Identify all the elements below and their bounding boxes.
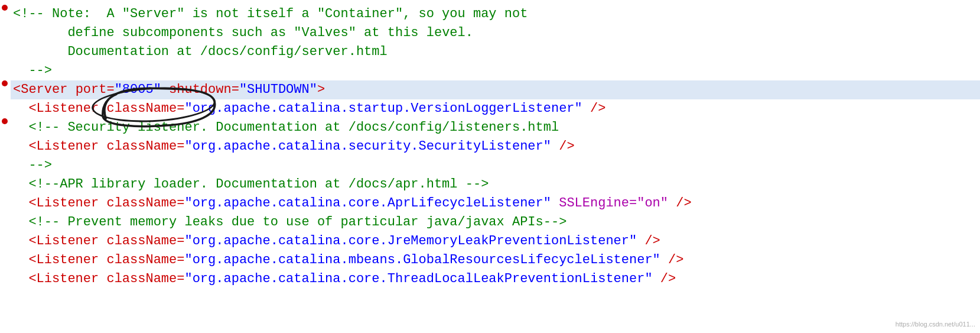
code-token-2-1: such: [232, 25, 263, 40]
code-line-4: -->: [0, 62, 980, 80]
code-token-11-3: SSLEngine=: [551, 196, 637, 211]
code-token-11-4: "on": [637, 196, 668, 211]
code-line-9: -->: [0, 156, 980, 175]
code-token-10-0: <!--APR library loader. Documentation at…: [13, 177, 489, 192]
code-token-9-0: -->: [13, 158, 52, 173]
code-token-5-1: port=: [76, 82, 115, 97]
code-token-8-0: <Listener: [13, 139, 106, 154]
line-gutter-5: [0, 80, 11, 86]
code-token-11-5: />: [668, 196, 692, 211]
code-token-5-0: <Server: [13, 82, 76, 97]
code-token-13-1: className=: [106, 234, 184, 248]
line-content-11: <Listener className="org.apache.catalina…: [11, 194, 980, 213]
code-token-5-2: "8005": [115, 82, 161, 97]
code-container: <!-- Note: A "Server" is not itself a "C…: [0, 0, 980, 333]
code-token-2-6: level.: [419, 25, 473, 40]
code-token-7-0: <!-- Security listener. Documentation at…: [13, 120, 559, 135]
code-token-15-2: "org.apache.catalina.core.ThreadLocalLea…: [184, 271, 652, 286]
code-token-2-2: [262, 25, 270, 40]
code-token-15-1: className=: [106, 271, 184, 286]
code-token-15-0: <Listener: [13, 271, 106, 286]
code-line-11: <Listener className="org.apache.catalina…: [0, 194, 980, 213]
line-content-7: <!-- Security listener. Documentation at…: [11, 118, 980, 137]
code-line-3: Documentation at /docs/config/server.htm…: [0, 43, 980, 62]
line-content-6: <Listener className="org.apache.catalina…: [11, 99, 980, 118]
line-gutter-7: [0, 118, 11, 124]
code-token-8-2: "org.apache.catalina.security.SecurityLi…: [184, 139, 551, 154]
code-token-4-0: -->: [13, 63, 52, 78]
code-token-2-5: this: [388, 25, 419, 40]
code-token-8-1: className=: [106, 139, 184, 154]
code-line-2: define subcomponents such as "Valves" at…: [0, 24, 980, 43]
code-token-13-3: />: [637, 234, 660, 248]
code-token-8-3: />: [551, 139, 575, 154]
code-token-14-1: className=: [106, 253, 184, 267]
code-token-13-0: <Listener: [13, 234, 106, 248]
line-content-5: <Server port="8005" shutdown="SHUTDOWN">: [11, 80, 980, 99]
code-token-5-4: "SHUTDOWN": [239, 82, 317, 97]
code-line-15: <Listener className="org.apache.catalina…: [0, 270, 980, 289]
code-token-2-4: "Valves" at: [286, 25, 388, 40]
line-content-9: -->: [11, 156, 980, 175]
code-line-14: <Listener className="org.apache.catalina…: [0, 251, 980, 270]
code-token-2-0: define subcomponents: [13, 25, 232, 40]
watermark: https://blog.csdn.net/u011...: [896, 320, 975, 329]
code-line-7: <!-- Security listener. Documentation at…: [0, 118, 980, 137]
line-content-4: -->: [11, 62, 980, 80]
code-token-14-3: />: [660, 253, 684, 267]
code-token-6-1: className=: [106, 101, 184, 116]
line-content-3: Documentation at /docs/config/server.htm…: [11, 43, 980, 62]
code-line-1: <!-- Note: A "Server" is not itself a "C…: [0, 5, 980, 24]
code-token-6-3: />: [582, 101, 606, 116]
code-token-11-2: "org.apache.catalina.core.AprLifecycleLi…: [184, 196, 551, 211]
code-token-1-0: <!-- Note: A "Server" is not itself a "C…: [13, 7, 528, 21]
line-content-12: <!-- Prevent memory leaks due to use of …: [11, 213, 980, 232]
line-content-8: <Listener className="org.apache.catalina…: [11, 137, 980, 156]
code-token-6-2: "org.apache.catalina.startup.VersionLogg…: [184, 101, 582, 116]
line-marker-1: [2, 5, 8, 11]
code-line-8: <Listener className="org.apache.catalina…: [0, 137, 980, 156]
code-token-11-1: className=: [106, 196, 184, 211]
code-token-14-0: <Listener: [13, 253, 106, 267]
line-content-13: <Listener className="org.apache.catalina…: [11, 232, 980, 251]
line-marker-5: [2, 80, 8, 86]
line-content-2: define subcomponents such as "Valves" at…: [11, 24, 980, 43]
line-content-1: <!-- Note: A "Server" is not itself a "C…: [11, 5, 980, 24]
code-token-3-0: Documentation at /docs/config/server.htm…: [13, 44, 388, 59]
code-token-6-0: <Listener: [13, 101, 106, 116]
line-content-14: <Listener className="org.apache.catalina…: [11, 251, 980, 270]
code-token-2-3: as: [271, 25, 286, 40]
code-token-5-3: shutdown=: [161, 82, 239, 97]
code-line-10: <!--APR library loader. Documentation at…: [0, 175, 980, 194]
code-token-15-3: />: [653, 271, 676, 286]
code-token-5-5: >: [317, 82, 325, 97]
code-line-13: <Listener className="org.apache.catalina…: [0, 232, 980, 251]
code-token-11-0: <Listener: [13, 196, 106, 211]
line-gutter-1: [0, 5, 11, 11]
line-content-15: <Listener className="org.apache.catalina…: [11, 270, 980, 289]
code-line-12: <!-- Prevent memory leaks due to use of …: [0, 213, 980, 232]
code-line-6: <Listener className="org.apache.catalina…: [0, 99, 980, 118]
line-content-10: <!--APR library loader. Documentation at…: [11, 175, 980, 194]
code-token-12-0: <!-- Prevent memory leaks due to use of …: [13, 215, 566, 229]
code-line-5: <Server port="8005" shutdown="SHUTDOWN">: [0, 80, 980, 99]
code-token-13-2: "org.apache.catalina.core.JreMemoryLeakP…: [184, 234, 637, 248]
line-marker-7: [2, 118, 8, 124]
code-token-14-2: "org.apache.catalina.mbeans.GlobalResour…: [184, 253, 660, 267]
